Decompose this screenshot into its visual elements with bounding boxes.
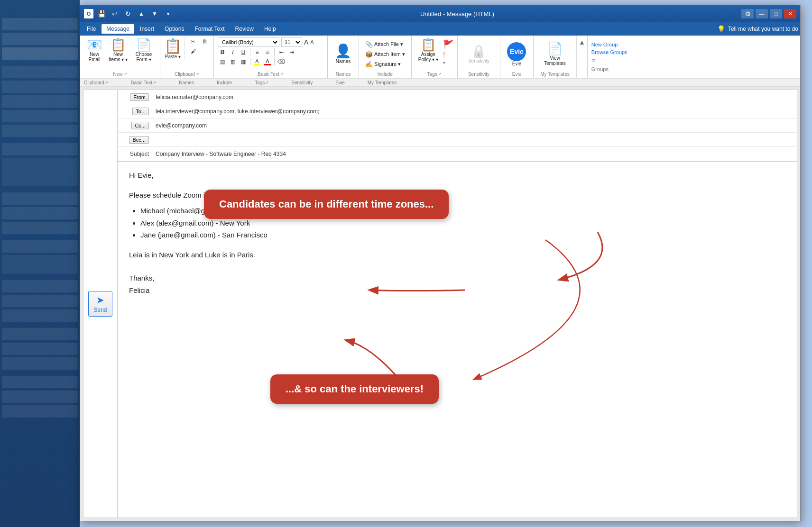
- choose-form-button[interactable]: 📄 ChooseForm: [131, 37, 156, 63]
- browse-groups-link[interactable]: Browse Groups: [591, 49, 627, 55]
- highlight-button[interactable]: A: [252, 57, 262, 66]
- include-group-label: Include: [217, 80, 232, 85]
- attach-file-button[interactable]: 📎 Attach File ▾: [363, 40, 406, 49]
- menu-options[interactable]: Options: [160, 24, 189, 34]
- maximize-button[interactable]: □: [770, 9, 782, 18]
- view-templates-button[interactable]: 📄 ViewTemplates: [541, 41, 569, 67]
- basic-text-group-label: Basic Text↗: [131, 80, 156, 85]
- minimize-button[interactable]: —: [756, 9, 768, 18]
- paste-button[interactable]: 📋 Paste ▾: [164, 37, 182, 59]
- choose-form-label: ChooseForm: [136, 52, 152, 62]
- tell-me-text[interactable]: Tell me what you want to do: [728, 26, 798, 32]
- align-right-button[interactable]: ▦: [239, 57, 248, 66]
- assign-policy-label: AssignPolicy ▾: [418, 52, 438, 62]
- callout-2: ...& so can the interviewers!: [270, 374, 439, 404]
- attach-item-button[interactable]: 📦 Attach Item ▾: [363, 50, 407, 59]
- candidate-item-3: Jane (jane@gmail.com) - San Francisco: [140, 229, 785, 241]
- cut-button[interactable]: ✂: [188, 37, 198, 46]
- body-note: Leia is in New York and Luke is in Paris…: [129, 249, 785, 261]
- to-button[interactable]: To...: [132, 108, 149, 115]
- font-size-select[interactable]: 11: [281, 37, 302, 47]
- new-group-link[interactable]: New Group: [591, 42, 618, 47]
- ribbon-group-include-label: Include: [363, 71, 407, 77]
- bcc-value[interactable]: [152, 138, 797, 142]
- close-button[interactable]: ✕: [784, 9, 796, 18]
- clipboard-group-label: Clipboard↗: [84, 80, 108, 85]
- from-label-area: From: [118, 93, 152, 101]
- to-label-area: To...: [118, 108, 152, 115]
- font-shrink-button[interactable]: A: [310, 39, 314, 45]
- indent-more-button[interactable]: ⇥: [287, 48, 296, 56]
- align-center-button[interactable]: ▥: [228, 57, 238, 66]
- signature-button[interactable]: ✍ Signature ▾: [363, 60, 403, 69]
- bcc-row: Bcc...: [118, 133, 797, 147]
- ribbon-group-new: 📧 NewEmail 📋 NewItems ▾ 📄 ChooseForm New…: [80, 36, 160, 78]
- compose-area: ➤ Send From felicia.recruiter@company.co…: [80, 87, 800, 521]
- paste-label: Paste ▾: [165, 54, 181, 59]
- evie-button[interactable]: Evie Evie: [504, 41, 529, 67]
- ribbon-right-area: New Group Browse Groups ≡ Groups: [587, 36, 639, 78]
- font-color-button[interactable]: A: [263, 57, 272, 66]
- align-left-button[interactable]: ▤: [218, 57, 227, 66]
- ribbon-group-view-templates: 📄 ViewTemplates My Templates: [534, 36, 576, 78]
- to-row: To... leia.interviewer@company.com; luke…: [118, 104, 797, 118]
- font-grow-button[interactable]: A: [304, 38, 308, 46]
- flag-button[interactable]: 🚩: [443, 39, 453, 50]
- attach-item-label: Attach Item ▾: [374, 51, 405, 57]
- numbering-button[interactable]: ≣: [263, 48, 272, 56]
- restore-button[interactable]: ⧉: [741, 9, 754, 18]
- ribbon-group-evie-label: Evie: [504, 71, 529, 77]
- titlebar-up-button[interactable]: ▲: [136, 9, 147, 19]
- tags-group-label: Tags↗: [255, 80, 268, 85]
- from-button[interactable]: From: [130, 93, 149, 101]
- new-items-button[interactable]: 📋 NewItems ▾: [106, 37, 130, 63]
- ribbon-group-basic-text-label: Basic Text ↗: [218, 71, 323, 77]
- ribbon-group-tags: 📋 AssignPolicy ▾ 🚩 ! ▾ Tags ↗: [412, 36, 458, 78]
- titlebar-undo-button[interactable]: ↩: [110, 9, 120, 19]
- send-button[interactable]: ➤ Send: [88, 291, 112, 317]
- underline-button[interactable]: U: [239, 48, 248, 56]
- menu-file[interactable]: File: [82, 24, 101, 34]
- titlebar-customize-button[interactable]: ▾: [163, 9, 173, 19]
- ribbon-group-new-label: New ↗: [84, 71, 156, 77]
- lightbulb-icon: 💡: [717, 25, 725, 33]
- format-painter-button[interactable]: 🖌: [188, 47, 198, 55]
- bold-button[interactable]: B: [218, 48, 227, 56]
- important-button[interactable]: !: [443, 51, 453, 59]
- copy-button[interactable]: ⎘: [199, 37, 210, 46]
- italic-button[interactable]: I: [228, 48, 238, 56]
- names-button[interactable]: 👤 Names: [332, 44, 354, 65]
- cc-value[interactable]: evie@company.com: [152, 120, 797, 131]
- to-value[interactable]: leia.interviewer@company.com; luke.inter…: [152, 106, 797, 117]
- down-flag-button[interactable]: ▾: [443, 60, 453, 65]
- menu-help[interactable]: Help: [259, 24, 281, 34]
- ribbon-group-clipboard-label: Clipboard ↗: [164, 71, 210, 77]
- menu-review[interactable]: Review: [231, 24, 258, 34]
- save-button[interactable]: 💾: [96, 9, 107, 19]
- clear-formatting-button[interactable]: ⌫: [277, 57, 286, 66]
- new-items-icon: 📋: [111, 38, 126, 51]
- cc-button[interactable]: Cc...: [131, 122, 149, 129]
- attach-file-label: Attach File ▾: [374, 41, 403, 47]
- assign-policy-button[interactable]: 📋 AssignPolicy ▾: [415, 37, 441, 63]
- titlebar-down-button[interactable]: ▼: [149, 9, 160, 19]
- sensitivity-button[interactable]: 🔒 Sensitivity: [465, 44, 492, 64]
- bcc-button[interactable]: Bcc...: [129, 136, 149, 144]
- indent-less-button[interactable]: ⇤: [277, 48, 286, 56]
- menu-message[interactable]: Message: [102, 24, 134, 34]
- app-icon: O: [84, 9, 93, 18]
- new-email-label: NewEmail: [88, 52, 100, 62]
- view-templates-icon: 📄: [547, 42, 563, 55]
- menu-format-text[interactable]: Format Text: [190, 24, 229, 34]
- font-family-select[interactable]: Calibri (Body): [218, 37, 279, 47]
- from-value: felicia.recruiter@company.com: [152, 92, 797, 102]
- titlebar-redo-button[interactable]: ↻: [123, 9, 133, 19]
- bullets-button[interactable]: ≡: [252, 48, 262, 56]
- ribbon-group-tags-label: Tags ↗: [415, 71, 453, 77]
- menu-insert[interactable]: Insert: [135, 24, 159, 34]
- attach-item-icon: 📦: [365, 51, 373, 58]
- new-email-button[interactable]: 📧 NewEmail: [84, 37, 105, 63]
- groups-filter-button[interactable]: ≡: [591, 57, 595, 64]
- ribbon-collapse-button[interactable]: ▲: [579, 38, 585, 46]
- subject-value[interactable]: Company Interview - Software Engineer - …: [152, 149, 797, 159]
